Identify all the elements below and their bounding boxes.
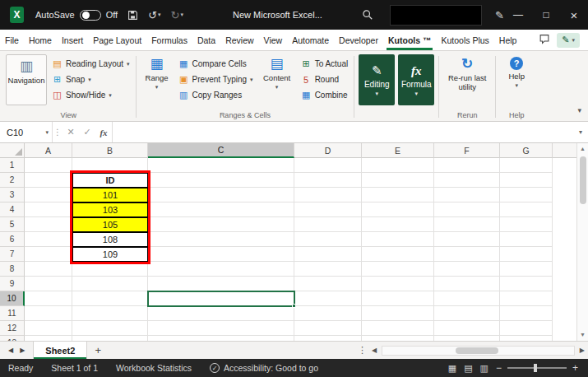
accessibility-status[interactable]: ✓ Accessibility: Good to go (210, 363, 318, 373)
row-header-4[interactable]: 4 (0, 202, 25, 217)
row-header-2[interactable]: 2 (0, 173, 25, 188)
tab-review[interactable]: Review (220, 30, 258, 50)
cell-b2[interactable]: ID (72, 173, 148, 188)
cell-a5[interactable] (25, 217, 72, 232)
rerun-last-utility-button[interactable]: ↻ Re-run last utility (443, 53, 491, 104)
cell-c10[interactable] (148, 291, 294, 306)
cell-d11[interactable] (294, 306, 362, 321)
cell-b7[interactable]: 109 (72, 247, 148, 262)
cell-b9[interactable] (72, 277, 148, 291)
enter-button[interactable]: ✓ (79, 122, 95, 142)
cell-f4[interactable] (434, 202, 500, 217)
cell-f3[interactable] (434, 188, 500, 202)
cell-a1[interactable] (25, 158, 72, 173)
column-header-c[interactable]: C (148, 143, 294, 158)
cell-e5[interactable] (362, 217, 434, 232)
cell-g8[interactable] (500, 262, 553, 277)
cell-g3[interactable] (500, 188, 553, 202)
cell-f1[interactable] (434, 158, 500, 173)
horizontal-scroll-thumb[interactable] (456, 347, 498, 354)
cell-e2[interactable] (362, 173, 434, 188)
scroll-down-icon[interactable]: ▼ (580, 329, 586, 341)
compare-cells-button[interactable]: ▦Compare Cells (177, 56, 255, 72)
cell-c11[interactable] (148, 306, 294, 321)
cell-c9[interactable] (148, 277, 294, 291)
normal-view-button[interactable]: ▦ (448, 363, 456, 374)
scroll-up-icon[interactable]: ▲ (580, 143, 586, 155)
sheet-tab-sheet2[interactable]: Sheet2 (33, 342, 87, 359)
cell-a10[interactable] (25, 291, 72, 306)
cell-a13[interactable] (25, 336, 72, 341)
cell-f13[interactable] (434, 336, 500, 341)
row-header-3[interactable]: 3 (0, 188, 25, 202)
cell-c13[interactable] (148, 336, 294, 341)
cell-a4[interactable] (25, 202, 72, 217)
row-header-8[interactable]: 8 (0, 262, 25, 277)
search-button[interactable] (362, 9, 373, 21)
row-header-5[interactable]: 5 (0, 217, 25, 232)
cell-e8[interactable] (362, 262, 434, 277)
cell-b12[interactable] (72, 321, 148, 336)
cell-g7[interactable] (500, 247, 553, 262)
cell-c8[interactable] (148, 262, 294, 277)
cell-d10[interactable] (294, 291, 362, 306)
cell-e6[interactable] (362, 232, 434, 247)
cell-g4[interactable] (500, 202, 553, 217)
cell-c3[interactable] (148, 188, 294, 202)
tab-data[interactable]: Data (192, 30, 220, 50)
cell-g6[interactable] (500, 232, 553, 247)
cell-c6[interactable] (148, 232, 294, 247)
cell-d7[interactable] (294, 247, 362, 262)
cell-b11[interactable] (72, 306, 148, 321)
tab-view[interactable]: View (259, 30, 288, 50)
cell-b4[interactable]: 103 (72, 202, 148, 217)
cell-g9[interactable] (500, 277, 553, 291)
cell-d6[interactable] (294, 232, 362, 247)
column-header-b[interactable]: B (72, 143, 148, 158)
zoom-out-button[interactable]: − (496, 362, 502, 374)
column-header-d[interactable]: D (294, 143, 362, 158)
content-button[interactable]: ▤ Content ▾ (258, 53, 296, 104)
save-button[interactable] (127, 10, 138, 21)
cell-e7[interactable] (362, 247, 434, 262)
cell-f2[interactable] (434, 173, 500, 188)
expand-formula-bar-button[interactable]: ▾ (573, 122, 588, 142)
cell-d5[interactable] (294, 217, 362, 232)
cell-d12[interactable] (294, 321, 362, 336)
tab-formulas[interactable]: Formulas (146, 30, 192, 50)
to-actual-button[interactable]: ⊞To Actual (299, 56, 350, 72)
cell-c4[interactable] (148, 202, 294, 217)
cell-a8[interactable] (25, 262, 72, 277)
next-sheet-button[interactable]: ▶ (20, 347, 25, 354)
insert-function-button[interactable]: fx (95, 122, 112, 142)
horizontal-scrollbar[interactable] (382, 346, 575, 356)
cell-f9[interactable] (434, 277, 500, 291)
row-header-11[interactable]: 11 (0, 306, 25, 321)
cell-e1[interactable] (362, 158, 434, 173)
edit-pencil-icon[interactable]: ✎ (495, 9, 504, 21)
formula-input[interactable] (112, 122, 573, 142)
cell-b6[interactable]: 108 (72, 232, 148, 247)
tab-page-layout[interactable]: Page Layout (88, 30, 146, 50)
help-button[interactable]: ? Help ▾ (500, 53, 533, 104)
cell-d4[interactable] (294, 202, 362, 217)
undo-button[interactable]: ↺▾ (148, 9, 160, 21)
row-header-10[interactable]: 10 (0, 291, 25, 306)
cell-e10[interactable] (362, 291, 434, 306)
column-header-g[interactable]: G (500, 143, 553, 158)
cell-f5[interactable] (434, 217, 500, 232)
minimize-button[interactable]: — (504, 0, 532, 30)
cell-e13[interactable] (362, 336, 434, 341)
scroll-right-button[interactable]: ▶ (580, 347, 585, 354)
cell-g11[interactable] (500, 306, 553, 321)
zoom-slider[interactable] (507, 367, 567, 369)
cell-f8[interactable] (434, 262, 500, 277)
cell-a6[interactable] (25, 232, 72, 247)
row-header-6[interactable]: 6 (0, 232, 25, 247)
row-header-7[interactable]: 7 (0, 247, 25, 262)
editing-button[interactable]: ✎ Editing ▾ (359, 54, 395, 105)
workbook-statistics-button[interactable]: Workbook Statistics (116, 363, 192, 373)
cell-c1[interactable] (148, 158, 294, 173)
previous-sheet-button[interactable]: ◀ (8, 347, 13, 354)
excel-logo-icon[interactable]: X (10, 7, 24, 23)
